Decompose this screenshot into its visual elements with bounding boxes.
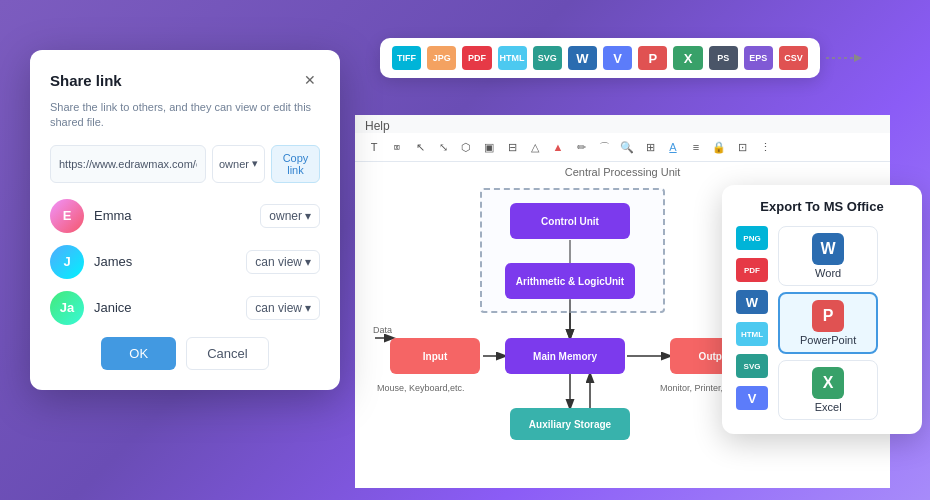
export-panel: Export To MS Office PNG PDF W HTML SVG V… [722,185,922,434]
tool-path[interactable]: ⌒ [595,138,613,156]
export-panel-title: Export To MS Office [736,199,908,214]
avatar-james: J [50,245,84,279]
tool-shape[interactable]: ⬡ [457,138,475,156]
export-side-icons: PNG PDF W HTML SVG V [736,226,768,420]
ppt-label: PowerPoint [800,334,856,346]
format-tiff[interactable]: TIFF [392,46,421,70]
tool-triangle[interactable]: △ [526,138,544,156]
data-label: Data [373,325,392,335]
svg-marker-1 [854,54,862,62]
format-excel[interactable]: X [673,46,702,70]
arrow-indicator [826,48,866,73]
format-ppt[interactable]: P [638,46,667,70]
username-janice: Janice [94,300,132,315]
export-word-item[interactable]: W Word [778,226,878,286]
close-button[interactable]: ✕ [300,70,320,90]
tool-cursor[interactable]: ⤡ [434,138,452,156]
format-pdf[interactable]: PDF [462,46,491,70]
format-ps[interactable]: PS [709,46,738,70]
user-left-janice: Ja Janice [50,291,132,325]
export-right-col: W Word P PowerPoint X Excel [778,226,878,420]
excel-label: Excel [815,401,842,413]
format-html[interactable]: HTML [498,46,527,70]
dialog-subtitle: Share the link to others, and they can v… [50,100,320,131]
ok-button[interactable]: OK [101,337,176,370]
side-icon-pdf[interactable]: PDF [736,258,768,282]
tool-fill[interactable]: ▲ [549,138,567,156]
help-label: Help [365,119,390,133]
cancel-button[interactable]: Cancel [186,337,268,370]
tool-image[interactable]: ▣ [480,138,498,156]
avatar-emma: E [50,199,84,233]
word-icon: W [812,233,844,265]
format-jpg[interactable]: JPG [427,46,456,70]
tool-zoom-in[interactable]: 🔍 [618,138,636,156]
side-icon-svg[interactable]: SVG [736,354,768,378]
memory-box: Main Memory [505,338,625,374]
tool-line-style[interactable]: A [664,138,682,156]
tool-box2[interactable]: ⊡ [733,138,751,156]
owner-select[interactable]: owner ▾ [212,145,265,183]
user-row-emma: E Emma owner ▾ [50,199,320,233]
tool-bar: T ⌧ ↖ ⤡ ⬡ ▣ ⊟ △ ▲ ✏ ⌒ 🔍 ⊞ A ≡ 🔒 ⊡ ⋮ [355,133,890,162]
side-icon-word[interactable]: W [736,290,768,314]
chevron-janice: ▾ [305,301,311,315]
tool-pen[interactable]: ✏ [572,138,590,156]
user-row-janice: Ja Janice can view ▾ [50,291,320,325]
share-dialog: Share link ✕ Share the link to others, a… [30,50,340,390]
username-emma: Emma [94,208,132,223]
tool-link[interactable]: ⊟ [503,138,521,156]
tool-lock[interactable]: 🔒 [710,138,728,156]
dialog-title: Share link [50,72,122,89]
tool-grid[interactable]: ⋮ [756,138,774,156]
dialog-header: Share link ✕ [50,70,320,90]
user-left-james: J James [50,245,132,279]
link-input[interactable] [50,145,206,183]
format-word[interactable]: W [568,46,597,70]
avatar-janice: Ja [50,291,84,325]
tool-line[interactable]: ≡ [687,138,705,156]
format-svg[interactable]: SVG [533,46,562,70]
side-icon-png[interactable]: PNG [736,226,768,250]
format-visio[interactable]: V [603,46,632,70]
ppt-icon: P [812,300,844,332]
permission-emma[interactable]: owner ▾ [260,204,320,228]
side-icon-html[interactable]: HTML [736,322,768,346]
copy-link-button[interactable]: Copy link [271,145,320,183]
export-ppt-item[interactable]: P PowerPoint [778,292,878,354]
mouse-label: Mouse, Keyboard,etc. [377,383,465,393]
permission-james[interactable]: can view ▾ [246,250,320,274]
chevron-emma: ▾ [305,209,311,223]
excel-icon: X [812,367,844,399]
export-excel-item[interactable]: X Excel [778,360,878,420]
word-label: Word [815,267,841,279]
user-row-james: J James can view ▾ [50,245,320,279]
owner-label: owner [219,158,249,170]
input-box: Input [390,338,480,374]
owner-chevron: ▾ [252,157,258,170]
auxiliary-box: Auxiliary Storage [510,408,630,440]
tool-frame[interactable]: ⊞ [641,138,659,156]
export-panel-content: PNG PDF W HTML SVG V W Word P PowerPoint… [736,226,908,420]
format-eps[interactable]: EPS [744,46,773,70]
dialog-footer: OK Cancel [50,337,320,370]
permission-janice[interactable]: can view ▾ [246,296,320,320]
control-unit-box: Control Unit [510,203,630,239]
tool-text[interactable]: T [365,138,383,156]
side-icon-visio[interactable]: V [736,386,768,410]
chevron-james: ▾ [305,255,311,269]
tool-arrow[interactable]: ↖ [411,138,429,156]
export-toolbar: TIFF JPG PDF HTML SVG W V P X PS EPS CSV [380,38,820,78]
user-left-emma: E Emma [50,199,132,233]
username-james: James [94,254,132,269]
format-csv[interactable]: CSV [779,46,808,70]
tool-format[interactable]: ⌧ [388,138,406,156]
link-row: owner ▾ Copy link [50,145,320,183]
alu-box: Arithmetic & LogicUnit [505,263,635,299]
